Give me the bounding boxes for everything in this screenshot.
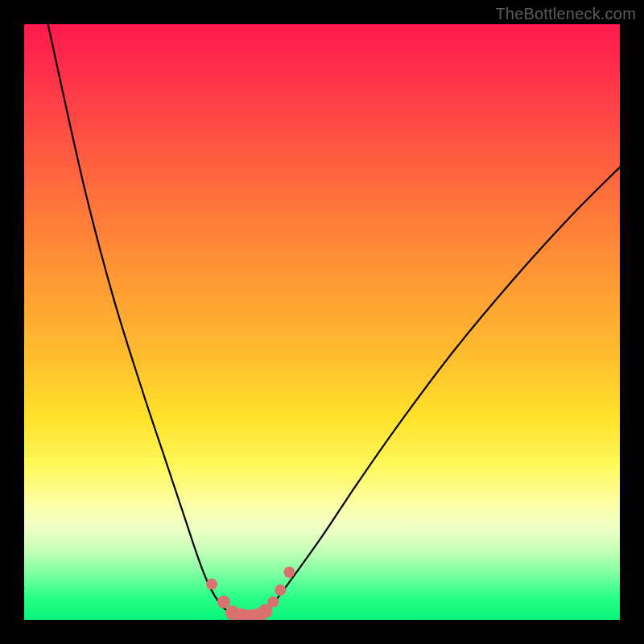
watermark-text: TheBottleneck.com <box>495 5 636 23</box>
curve-layer <box>24 24 620 620</box>
bottleneck-marker <box>283 567 295 578</box>
bottleneck-marker <box>275 584 286 596</box>
bottleneck-curve <box>48 24 620 618</box>
bottleneck-marker <box>206 579 217 590</box>
chart-frame: TheBottleneck.com <box>0 0 644 644</box>
bottleneck-marker <box>217 596 230 609</box>
plot-area <box>24 24 620 620</box>
bottleneck-marker <box>267 597 279 608</box>
